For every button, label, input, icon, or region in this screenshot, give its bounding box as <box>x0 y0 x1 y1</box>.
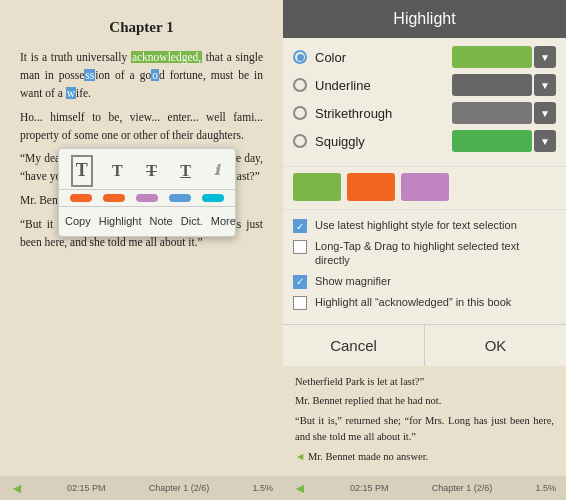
checkbox-row-4: Highlight all “acknowledged” in this boo… <box>293 295 556 310</box>
right-footer-chapter: Chapter 1 (2/6) <box>432 483 493 493</box>
option-squiggly-left: Squiggly <box>293 134 365 149</box>
checkbox-row-1: ✓ Use latest highlight style for text se… <box>293 218 556 233</box>
right-footer-time: 02:15 PM <box>350 483 389 493</box>
checkboxes-section: ✓ Use latest highlight style for text se… <box>283 210 566 324</box>
popup-color-orange1[interactable] <box>70 194 92 202</box>
preview-para-3: “But it is,” returned she; “for Mrs. Lon… <box>295 413 554 445</box>
highlight-title: Highlight <box>393 10 455 27</box>
swatch-color-bar[interactable] <box>452 46 532 68</box>
right-left-arrow-icon[interactable]: ◄ <box>293 480 307 496</box>
popup-color-blue[interactable] <box>169 194 191 202</box>
preview-para-2: Mr. Bennet replied that he had not. <box>295 393 554 409</box>
popup-icon-bold-serif[interactable]: T <box>71 155 93 187</box>
checkbox-latest-style[interactable]: ✓ <box>293 219 307 233</box>
option-underline-label: Underline <box>315 78 371 93</box>
chapter-title: Chapter 1 <box>20 16 263 39</box>
option-underline-row: Underline ▼ <box>293 74 556 96</box>
option-strikethrough-left: Strikethrough <box>293 106 392 121</box>
reader-footer: ◄ 02:15 PM Chapter 1 (2/6) 1.5% <box>0 476 283 500</box>
palette-purple[interactable] <box>401 173 449 201</box>
left-arrow-icon[interactable]: ◄ <box>10 480 24 496</box>
checkbox-long-tap[interactable] <box>293 240 307 254</box>
color-swatch-underline: ▼ <box>452 74 556 96</box>
popup-icon-info[interactable]: ℹ <box>210 158 223 184</box>
checkbox-label-2: Long-Tap & Drag to highlight selected te… <box>315 239 556 268</box>
reader-preview: Netherfield Park is let at last?” Mr. Be… <box>283 366 566 476</box>
swatch-underline-bar[interactable] <box>452 74 532 96</box>
checkbox-label-4: Highlight all “acknowledged” in this boo… <box>315 295 511 309</box>
footer-time: 02:15 PM <box>67 483 106 493</box>
checkbox-label-1: Use latest highlight style for text sele… <box>315 218 517 232</box>
color-swatch-color: ▼ <box>452 46 556 68</box>
option-squiggly-label: Squiggly <box>315 134 365 149</box>
highlight-panel: Highlight Color ▼ Underline ▼ <box>283 0 566 500</box>
bottom-buttons: Cancel OK <box>283 324 566 366</box>
popup-action-copy[interactable]: Copy <box>61 211 95 232</box>
ok-button[interactable]: OK <box>425 325 566 366</box>
palette-orange[interactable] <box>347 173 395 201</box>
checkbox-magnifier[interactable]: ✓ <box>293 275 307 289</box>
highlight-blue-2: o <box>151 69 159 81</box>
popup-action-highlight[interactable]: Highlight <box>95 211 146 232</box>
option-color-label: Color <box>315 50 346 65</box>
radio-squiggly[interactable] <box>293 134 307 148</box>
popup-action-note[interactable]: Note <box>146 211 177 232</box>
popup-icon-strikethrough[interactable]: T <box>142 157 161 186</box>
preview-para-4: ◄ Mr. Bennet made no answer. <box>295 449 554 465</box>
radio-underline[interactable] <box>293 78 307 92</box>
dropdown-strikethrough-arrow[interactable]: ▼ <box>534 102 556 124</box>
checkbox-row-3: ✓ Show magnifier <box>293 274 556 289</box>
right-footer-zoom: 1.5% <box>535 483 556 493</box>
option-strikethrough-row: Strikethrough ▼ <box>293 102 556 124</box>
dropdown-squiggly-arrow[interactable]: ▼ <box>534 130 556 152</box>
popup-color-purple[interactable] <box>136 194 158 202</box>
dropdown-underline-arrow[interactable]: ▼ <box>534 74 556 96</box>
highlight-acknowledged: acknowledged, <box>131 51 202 63</box>
popup-icons-row: T T T T ℹ <box>59 149 235 190</box>
paragraph-2: Ho... hims­elf to be, view... enter... w… <box>20 109 263 145</box>
checkbox-highlight-all[interactable] <box>293 296 307 310</box>
popup-action-more[interactable]: More <box>207 211 240 232</box>
popup-actions-row: Copy Highlight Note Dict. More <box>59 207 235 236</box>
footer-chapter: Chapter 1 (2/6) <box>149 483 210 493</box>
palette-green[interactable] <box>293 173 341 201</box>
popup-icon-underline[interactable]: T <box>176 157 195 186</box>
radio-strikethrough[interactable] <box>293 106 307 120</box>
selection-popup: T T T T ℹ Copy Highlight Note Dict. More <box>58 148 236 237</box>
preview-para-1: Netherfield Park is let at last?” <box>295 374 554 390</box>
cancel-button[interactable]: Cancel <box>283 325 425 366</box>
right-footer: ◄ 02:15 PM Chapter 1 (2/6) 1.5% <box>283 476 566 500</box>
popup-color-cyan[interactable] <box>202 194 224 202</box>
option-color-row: Color ▼ <box>293 46 556 68</box>
option-squiggly-row: Squiggly ▼ <box>293 130 556 152</box>
checkbox-label-3: Show magnifier <box>315 274 391 288</box>
popup-color-orange2[interactable] <box>103 194 125 202</box>
highlight-options: Color ▼ Underline ▼ Strikethrough <box>283 38 566 166</box>
paragraph-1: It is a truth universally acknowledged, … <box>20 49 263 102</box>
option-color-left: Color <box>293 50 346 65</box>
color-swatch-strikethrough: ▼ <box>452 102 556 124</box>
color-swatch-squiggly: ▼ <box>452 130 556 152</box>
swatch-squiggly-bar[interactable] <box>452 130 532 152</box>
highlight-blue-3: w <box>66 87 76 99</box>
footer-zoom: 1.5% <box>252 483 273 493</box>
highlight-header: Highlight <box>283 0 566 38</box>
radio-color[interactable] <box>293 50 307 64</box>
popup-icon-regular-serif[interactable]: T <box>108 157 127 186</box>
popup-colors-row <box>59 190 235 207</box>
dropdown-color-arrow[interactable]: ▼ <box>534 46 556 68</box>
reader-panel: Chapter 1 It is a truth universally ackn… <box>0 0 283 500</box>
popup-action-dict[interactable]: Dict. <box>177 211 207 232</box>
option-underline-left: Underline <box>293 78 371 93</box>
checkbox-row-2: Long-Tap & Drag to highlight selected te… <box>293 239 556 268</box>
colors-palette <box>283 166 566 210</box>
reader-content: Chapter 1 It is a truth universally ackn… <box>0 0 283 476</box>
option-strikethrough-label: Strikethrough <box>315 106 392 121</box>
highlight-blue-1: ss <box>84 69 95 81</box>
swatch-strikethrough-bar[interactable] <box>452 102 532 124</box>
